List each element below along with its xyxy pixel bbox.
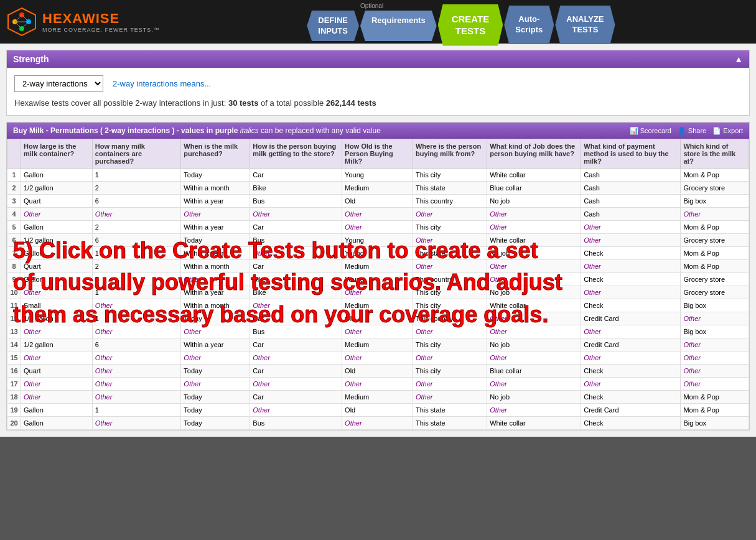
table-cell: Other [92, 325, 181, 338]
share-icon: 👤 [678, 127, 686, 135]
interactions-select[interactable]: 2-way interactions 3-way interactions 4-… [14, 75, 103, 92]
table-cell: Other [21, 351, 93, 365]
table-cell: Other [681, 378, 749, 391]
table-actions: 📊 Scorecard 👤 Share 📄 Export [630, 127, 743, 135]
table-cell: Grocery store [681, 234, 749, 247]
table-cell: 1/2 gallon [21, 312, 93, 325]
table-cell: Cash [581, 195, 681, 208]
strength-controls: 2-way interactions 3-way interactions 4-… [14, 75, 742, 92]
table-cell: Within a year [181, 286, 250, 299]
table-row: 15OtherOtherOtherOtherOtherOtherOtherOth… [7, 351, 749, 365]
table-cell: Within a year [181, 338, 250, 351]
table-cell: Bike [250, 286, 342, 299]
nav-analyze-tests[interactable]: ANALYZETESTS [555, 6, 615, 44]
table-cell: Within a year [181, 221, 250, 234]
table-cell: Today [181, 234, 250, 247]
table-row: 13OtherOtherOtherBusOtherOtherOtherOther… [7, 325, 749, 338]
share-link[interactable]: 👤 Share [678, 127, 706, 135]
nav-auto-scripts[interactable]: Auto-Scripts [504, 6, 554, 44]
table-cell: Other [581, 286, 681, 299]
table-cell: Mom & Pop [681, 247, 749, 260]
table-cell: Young [342, 169, 413, 182]
logo-text: HEXAWISE MORE COVERAGE. FEWER TESTS.™ [42, 11, 160, 33]
scorecard-icon: 📊 [630, 127, 638, 135]
table-cell: 1 [92, 312, 181, 325]
col-container-size: How large is the milk container? [21, 139, 93, 169]
interactions-help-link[interactable]: 2-way interactions means... [113, 79, 211, 88]
table-cell: No job [487, 338, 581, 351]
strength-panel-header: Strength ▲ [7, 50, 749, 68]
row-number: 2 [7, 182, 21, 195]
table-cell: Other [487, 260, 581, 273]
svg-line-8 [22, 22, 29, 29]
table-cell: Mom & Pop [681, 404, 749, 417]
permutations-table: How large is the milk container? How man… [7, 139, 749, 430]
table-cell: 6 [92, 273, 181, 286]
table-cell: This state [413, 417, 487, 430]
table-title-italic: italics [240, 126, 259, 135]
table-cell: Other [487, 378, 581, 391]
table-cell: 1 [92, 286, 181, 299]
table-row: 7Gallon1Within a yearOtherYoungThis stat… [7, 247, 749, 260]
row-number: 14 [7, 338, 21, 351]
table-cell: Other [181, 208, 250, 221]
export-link[interactable]: 📄 Export [712, 127, 743, 135]
col-age: How Old is the Person Buying Milk? [342, 139, 413, 169]
table-cell: Young [342, 247, 413, 260]
optional-label: Optional [360, 2, 383, 9]
table-cell: 2 [92, 260, 181, 273]
table-cell: Other [181, 325, 250, 338]
table-cell: Other [487, 273, 581, 286]
table-row: 4OtherOtherOtherOtherOtherOtherOtherCash… [7, 208, 749, 221]
row-number: 12 [7, 312, 21, 325]
table-title-suffix: can be replaced with any valid value [259, 126, 381, 135]
table-cell: Car [250, 312, 342, 325]
nav-requirements[interactable]: Requirements [360, 11, 437, 42]
table-header-row: How large is the milk container? How man… [7, 139, 749, 169]
table-title-text: Buy Milk - Permutations ( 2-way interact… [13, 126, 240, 135]
table-cell: Other [581, 260, 681, 273]
strength-collapse-icon[interactable]: ▲ [734, 54, 743, 64]
nav-create-tests[interactable]: CREATETESTS [438, 4, 503, 46]
row-number: 5 [7, 221, 21, 234]
table-cell: Small [21, 299, 93, 312]
nav-define-inputs[interactable]: DEFINEINPUTS [307, 11, 359, 42]
table-cell: Bus [250, 234, 342, 247]
table-cell: Other [487, 221, 581, 234]
row-number: 10 [7, 286, 21, 299]
table-cell: Today [181, 365, 250, 378]
strength-body: 2-way interactions 3-way interactions 4-… [7, 68, 749, 115]
strength-info-text: Hexawise tests cover all possible 2-way … [14, 98, 742, 108]
scorecard-link[interactable]: 📊 Scorecard [630, 127, 671, 135]
table-cell: This city [413, 286, 487, 299]
table-cell: Other [92, 208, 181, 221]
col-payment-method: What kind of payment method is used to b… [581, 139, 681, 169]
permutations-table-section: Buy Milk - Permutations ( 2-way interact… [6, 122, 750, 431]
table-cell: Other [413, 378, 487, 391]
table-cell: No job [487, 391, 581, 404]
table-cell: Other [92, 299, 181, 312]
table-cell: Other [413, 325, 487, 338]
table-cell: Gallon [21, 169, 93, 182]
table-cell: Today [181, 417, 250, 430]
table-cell: Other [581, 234, 681, 247]
table-cell: White collar [487, 417, 581, 430]
table-row: 19Gallon1TodayOtherOldThis stateOtherCre… [7, 404, 749, 417]
col-job-type: What kind of Job does the person buying … [487, 139, 581, 169]
logo-title: HEXAWISE [42, 11, 160, 27]
table-row: 17OtherOtherOtherOtherOtherOtherOtherOth… [7, 378, 749, 391]
strength-title: Strength [13, 54, 49, 64]
table-cell: Gallon [21, 221, 93, 234]
table-cell: Other [92, 417, 181, 430]
table-row: 141/2 gallon6Within a yearCarMediumThis … [7, 338, 749, 351]
table-cell: Other [487, 404, 581, 417]
table-cell: Mom & Pop [681, 391, 749, 404]
logo-area: HEXAWISE MORE COVERAGE. FEWER TESTS.™ [6, 6, 160, 37]
table-cell: Big box [681, 195, 749, 208]
total-count: 262,144 tests [326, 98, 376, 108]
row-number: 7 [7, 247, 21, 260]
table-cell: This city [413, 169, 487, 182]
table-cell: Big box [681, 299, 749, 312]
table-cell: Bus [250, 325, 342, 338]
table-cell: Gallon [21, 404, 93, 417]
